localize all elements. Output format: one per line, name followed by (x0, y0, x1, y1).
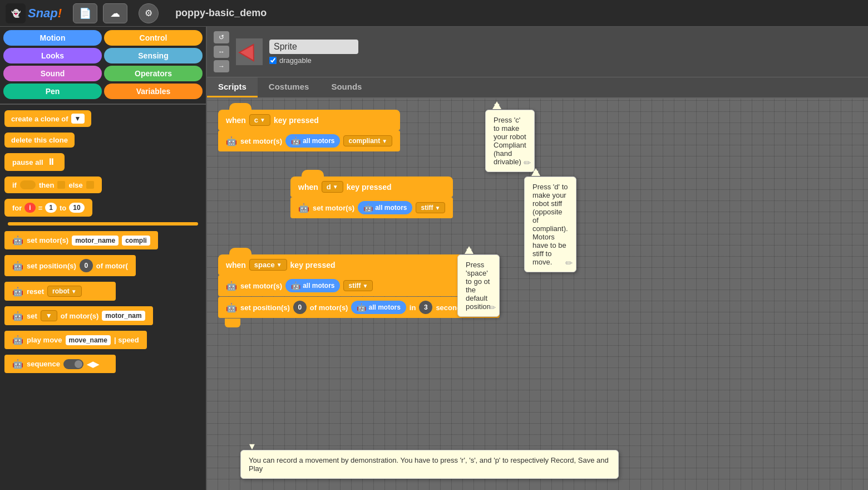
set-position-space: set position(s) (240, 303, 290, 312)
reset-dropdown[interactable]: robot ▼ (47, 286, 82, 297)
category-sensing[interactable]: Sensing (104, 48, 203, 63)
sprite-arrows: ↺ ↔ → (214, 31, 229, 72)
tab-sounds[interactable]: Sounds (320, 77, 373, 97)
robot-icon-5: 🤖 (12, 335, 23, 345)
flip-h-button[interactable]: ↔ (214, 46, 229, 58)
for-var: i (24, 203, 35, 213)
set-of-block[interactable]: 🤖 set ▼ of motor(s) motor_nam (4, 306, 153, 325)
position-val[interactable]: 0 (80, 259, 93, 272)
for-to-input[interactable]: 10 (69, 203, 84, 213)
set-of-input[interactable]: motor_nam (102, 311, 145, 321)
reset-block[interactable]: 🤖 reset robot ▼ (4, 282, 116, 301)
robot-glyph-d: 🤖 (298, 203, 309, 213)
set-of-dropdown[interactable]: ▼ (41, 310, 57, 321)
for-from-input[interactable]: 1 (45, 203, 57, 213)
if-then-else-block[interactable]: if then else (4, 177, 102, 193)
category-motion[interactable]: Motion (3, 30, 102, 46)
category-pen[interactable]: Pen (3, 84, 102, 99)
key-dropdown-c[interactable]: c ▼ (249, 114, 270, 126)
all-motors-label-space1: all motors (303, 282, 334, 290)
pause-all-block[interactable]: pause all ⏸ (4, 153, 65, 171)
category-control[interactable]: Control (104, 30, 203, 46)
cmd-c[interactable]: 🤖 set motor(s) 🤖 all motors compliant ▼ (218, 130, 400, 151)
all-motors-label-c: all motors (303, 137, 334, 145)
pause-icon: ⏸ (47, 157, 57, 167)
bottom-tooltip-text: You can record a movement by demonstrati… (249, 456, 609, 473)
edit-icon-c[interactable]: ✏ (524, 158, 531, 168)
mode-dropdown-d[interactable]: stiff ▼ (416, 202, 445, 213)
when-label-c: when (226, 116, 246, 125)
play-move-input[interactable]: move_name (66, 335, 111, 345)
hat-c[interactable]: when c ▼ key pressed (218, 110, 400, 130)
draggable-checkbox[interactable] (269, 57, 277, 64)
sequence-block[interactable]: 🤖 sequence ◀▶ (4, 355, 116, 373)
cmd-d[interactable]: 🤖 set motor(s) 🤖 all motors stiff ▼ (290, 197, 453, 218)
key-dropdown-d[interactable]: d ▼ (322, 181, 343, 193)
tooltip-space-text: Press 'space' to go ot the default posit… (466, 261, 491, 311)
edit-icon-space[interactable]: ✏ (489, 302, 496, 313)
svg-marker-0 (239, 41, 260, 61)
create-clone-dropdown[interactable]: ▼ (71, 114, 85, 124)
new-file-button[interactable]: 📄 (73, 3, 97, 23)
if-label: if (12, 181, 17, 189)
sprite-info: draggable (269, 40, 358, 65)
all-motors-pill-space1[interactable]: 🤖 all motors (285, 279, 340, 292)
set-motors-label-1: set motor(s) (27, 236, 68, 244)
for-label: for (12, 204, 22, 212)
of-motors-label-space: of motor(s) (310, 303, 348, 312)
all-motors-pill-space2[interactable]: 🤖 all motors (351, 301, 406, 314)
motors-input-1[interactable]: motor_name (72, 236, 119, 246)
set-motors-block-1[interactable]: 🤖 set motor(s) motor_name compli (4, 231, 158, 249)
pos-val-space[interactable]: 0 (293, 301, 307, 314)
play-move-block[interactable]: 🤖 play move move_name | speed (4, 331, 147, 349)
sprite-draggable: draggable (269, 56, 358, 65)
categories: Motion Control Looks Sensing Sound Opera… (0, 27, 206, 102)
robot-icon-6: 🤖 (12, 359, 23, 369)
cloud-button[interactable]: ☁ (103, 3, 127, 23)
flip-v-button[interactable]: → (214, 60, 229, 72)
sequence-arrows[interactable]: ◀▶ (87, 360, 99, 369)
key-dropdown-space[interactable]: space ▼ (249, 259, 287, 271)
play-move-speed: | speed (114, 336, 139, 344)
reset-label: reset (27, 287, 44, 296)
category-operators[interactable]: Operators (104, 66, 203, 81)
rotate-button[interactable]: ↺ (214, 31, 229, 43)
all-motors-label-d: all motors (375, 204, 407, 212)
tab-costumes[interactable]: Costumes (258, 77, 320, 97)
mode-dropdown-c[interactable]: compliant ▼ (343, 135, 392, 146)
edit-icon-d[interactable]: ✏ (565, 258, 573, 268)
set-of-label: set (27, 312, 37, 320)
snap-logo: 👻 Snap! (6, 3, 62, 23)
settings-button[interactable]: ⚙ (139, 3, 159, 23)
sprite-icon (236, 38, 263, 65)
sprite-name-input[interactable] (269, 40, 358, 54)
for-eq: = (38, 204, 43, 212)
snap-logo-icon: 👻 (6, 3, 26, 23)
else-label: else (68, 181, 82, 189)
scripts-area: when c ▼ key pressed 🤖 set motor(s) 🤖 al… (207, 99, 868, 490)
seconds-val-space[interactable]: 3 (419, 301, 432, 314)
tabs: Scripts Costumes Sounds (207, 77, 868, 99)
hat-d[interactable]: when d ▼ key pressed (290, 177, 453, 197)
delete-clone-block[interactable]: delete this clone (4, 133, 75, 148)
mode-dropdown-space1[interactable]: stiff ▼ (343, 280, 373, 291)
set-of-of: of motor(s) (61, 312, 99, 320)
for-block[interactable]: for i = 1 to 10 (4, 199, 92, 217)
set-motors-space1: set motor(s) (240, 282, 282, 290)
in-label-space: in (410, 303, 416, 312)
category-looks[interactable]: Looks (3, 48, 102, 63)
main-layout: Motion Control Looks Sensing Sound Opera… (0, 27, 868, 490)
motors-mode-1[interactable]: compli (122, 236, 150, 246)
tab-scripts[interactable]: Scripts (207, 77, 258, 97)
set-motors-c: set motor(s) (240, 137, 282, 145)
category-sound[interactable]: Sound (3, 66, 102, 81)
then-label: then (39, 181, 54, 189)
category-variables[interactable]: Variables (104, 84, 203, 99)
all-motors-pill-d[interactable]: 🤖 all motors (358, 201, 412, 214)
set-position-block[interactable]: 🤖 set position(s) 0 of motor( (4, 255, 136, 276)
all-motors-pill-c[interactable]: 🤖 all motors (285, 134, 340, 148)
create-clone-block[interactable]: create a clone of ▼ (4, 110, 91, 127)
sequence-toggle[interactable] (63, 359, 83, 369)
topbar: 👻 Snap! 📄 ☁ ⚙ poppy-basic_demo (0, 0, 868, 27)
tooltip-space: Press 'space' to go ot the default posit… (457, 254, 500, 317)
